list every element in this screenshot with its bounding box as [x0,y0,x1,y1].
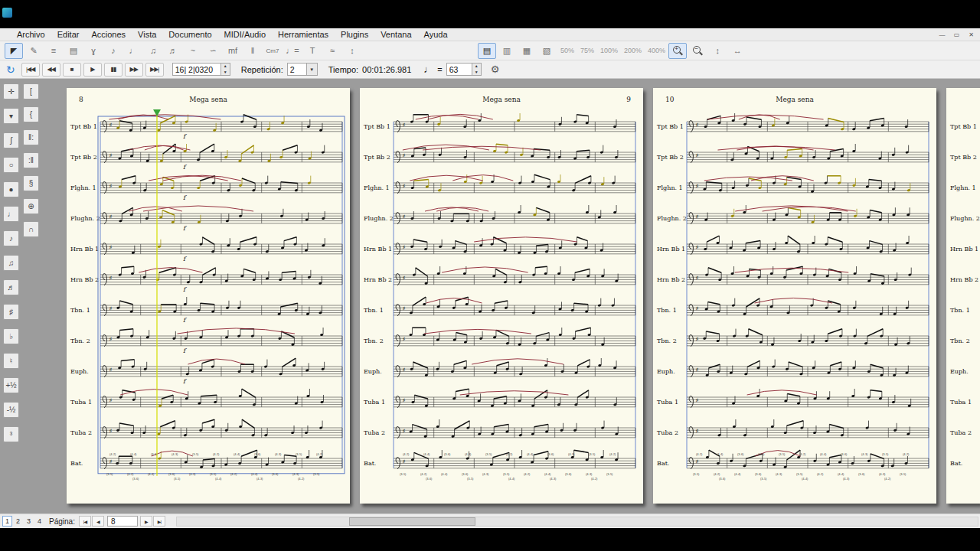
palette-beamed-notes[interactable]: ♫ [3,255,19,271]
palette-eighth-note[interactable]: ♪ [3,230,19,246]
menu-item-vista[interactable]: Vista [132,29,162,40]
palette-repeat-end[interactable]: :‖ [23,152,39,168]
sheet-music[interactable]: ♯f♯f♯f♯f♯f♯f♯f♯f♯f♯♯♯(3-5)(4-2)(4-2)(3-6… [67,88,350,504]
sheet-music[interactable]: ♯♯♯♯♯♯♯♯♯♯♯♯(3-5)(4-2)(4-2)(3-6)(4-4)(4-… [653,88,936,504]
fast-forward-button[interactable]: ▶▶ [125,63,143,77]
minimize-button[interactable]: — [936,29,949,40]
horizontal-scrollbar-thumb[interactable] [349,517,475,526]
close-button[interactable]: ✕ [965,29,978,40]
zoom-preset-50[interactable]: 50% [557,47,577,54]
zoom-preset-100[interactable]: 100% [597,47,621,54]
zoom-preset-200[interactable]: 200% [621,47,645,54]
palette-lower-half[interactable]: -½ [3,402,19,418]
loop-playback-icon[interactable]: ↻ [6,64,15,76]
repeat-dropdown-icon[interactable]: ▼ [307,63,318,76]
skip-end-button[interactable]: ▶▶| [145,63,164,77]
glissando-tool[interactable]: ≈ [323,43,341,59]
menu-item-midi-audio[interactable]: MIDI/Audio [218,29,272,40]
zoom-preset-75[interactable]: 75% [577,47,597,54]
anchor-tool[interactable]: ↕ [343,43,361,59]
staff-tool[interactable]: ▤ [64,43,83,59]
dynamics-tool[interactable]: mf [224,43,242,59]
position-display[interactable]: 16| 2|0320 [172,63,221,76]
tempo-tool[interactable]: ♩= [283,43,302,59]
score-layout-icon[interactable]: ▤ [478,43,496,59]
page-view-icon[interactable]: ▧ [537,43,556,59]
palette-half-note[interactable]: ● [3,181,19,197]
position-spinner[interactable]: ▲▼ [221,63,230,76]
zoom-in-icon[interactable]: + [668,43,687,59]
first-page-button[interactable]: |◀ [79,516,91,527]
page-tab-2[interactable]: 2 [13,516,23,527]
repeat-select[interactable]: 2 [287,63,307,76]
last-page-button[interactable]: ▶| [153,516,165,527]
text-tool[interactable]: T [303,43,322,59]
score-canvas[interactable]: ✛▾ʃ○●♩♪♫♬♯♭♮+½-½³ [{‖::‖§⊕∩ Mega sena8Tp… [0,79,980,514]
score-page-10[interactable]: Mega sena10Tpt Bb 1Tpt Bb 2Flghn. 1Flugh… [653,88,936,504]
palette-segno[interactable]: § [23,175,39,191]
palette-sixteenth-notes[interactable]: ♬ [3,279,19,295]
menu-item-herramientas[interactable]: Herramientas [272,29,335,40]
next-page-button[interactable]: ▶ [140,516,152,527]
beam-tool[interactable]: ♫ [144,43,162,59]
slur-tool[interactable]: ~ [184,43,202,59]
palette-bracket[interactable]: [ [23,83,39,99]
staff-view-icon[interactable]: ▦ [518,43,536,59]
prev-page-button[interactable]: ◀ [92,516,104,527]
palette-marker[interactable]: ▾ [3,108,19,124]
zoom-preset-400[interactable]: 400% [645,47,668,54]
palette-tuplet[interactable]: ³ [3,426,19,442]
fit-width-icon[interactable]: ↔ [728,43,746,59]
ornament-tool[interactable]: ∽ [204,43,222,59]
palette-brace[interactable]: { [23,106,39,122]
gear-icon[interactable]: ⚙ [491,64,500,75]
menu-item-ayuda[interactable]: Ayuda [418,29,454,40]
grace-note-tool[interactable]: ♩ [124,43,142,59]
palette-fermata[interactable]: ∩ [23,221,39,237]
tempo-input[interactable]: 63 [446,63,472,76]
palette-whole-note[interactable]: ○ [3,157,19,173]
score-page-next-edge[interactable]: Tpt Bb 1Tpt Bb 2Flghn. 1Flughn. 2Hrn Bb … [946,88,980,504]
insert-tool[interactable]: ✎ [24,43,43,59]
pause-button[interactable]: ▮▮ [104,63,122,77]
menu-item-archivo[interactable]: Archivo [11,29,51,40]
score-page-9[interactable]: Mega sena9Tpt Bb 1Tpt Bb 2Flghn. 1Flughn… [360,88,643,504]
palette-natural[interactable]: ♮ [3,353,19,369]
menu-item-acciones[interactable]: Acciones [85,29,132,40]
horizontal-scrollbar[interactable] [176,517,978,527]
menu-item-ventana[interactable]: Ventana [374,29,417,40]
skip-start-button[interactable]: |◀◀ [21,63,40,77]
page-number-input[interactable]: 8 [107,516,138,527]
palette-select[interactable]: ✛ [3,83,19,99]
zoom-out-icon[interactable]: − [688,43,707,59]
palette-repeat-start[interactable]: ‖: [23,129,39,145]
fit-height-icon[interactable]: ↕ [708,43,727,59]
menu-item-documento[interactable]: Documento [162,29,217,40]
palette-clef[interactable]: ʃ [3,132,19,148]
page-tab-3[interactable]: 3 [24,516,34,527]
palette-sharp[interactable]: ♯ [3,304,19,320]
barline-tool[interactable]: ‖ [243,43,262,59]
menu-item-plugins[interactable]: Plugins [335,29,374,40]
score-page-8[interactable]: Mega sena8Tpt Bb 1Tpt Bb 2Flghn. 1Flughn… [67,88,350,504]
palette-raise-half[interactable]: +½ [3,377,19,393]
select-tool[interactable]: ◤ [5,43,23,59]
page-tab-1[interactable]: 1 [2,516,12,527]
note-tool[interactable]: ♪ [104,43,122,59]
rewind-button[interactable]: ◀◀ [42,63,60,77]
page-tab-4[interactable]: 4 [34,516,44,527]
rest-tool[interactable]: ɣ [84,43,103,59]
palette-flat[interactable]: ♭ [3,328,19,344]
mixer-icon[interactable]: ▥ [498,43,516,59]
palette-quarter-note[interactable]: ♩ [3,206,19,222]
tuplet-tool[interactable]: ♬ [164,43,182,59]
menu-item-editar[interactable]: Editar [51,29,86,40]
tempo-spinner[interactable]: ▲▼ [472,63,482,76]
chord-tool[interactable]: Cm7 [263,43,282,59]
align-tool[interactable]: ≡ [44,43,63,59]
restore-button[interactable]: ▭ [950,29,963,40]
sheet-music[interactable]: ♯♯♯♯♯♯♯♯♯♯♯♯(3-5)(4-2)(4-2)(3-6)(4-4)(4-… [360,88,643,504]
stop-button[interactable]: ■ [63,63,81,77]
play-button[interactable]: ▶ [83,63,102,77]
palette-coda[interactable]: ⊕ [23,198,39,214]
